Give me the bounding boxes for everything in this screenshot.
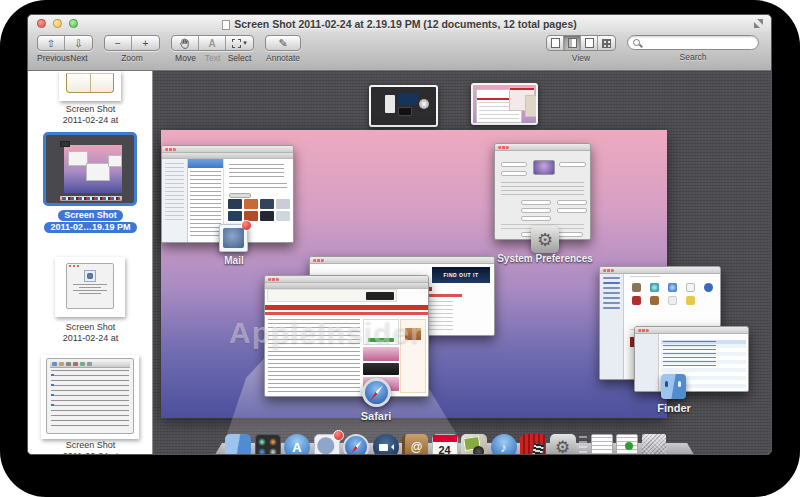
- facetime-dock-icon[interactable]: [373, 434, 399, 455]
- view-thumbnails-segment[interactable]: [564, 36, 581, 50]
- sidebar-thumbnail-mail-preferences[interactable]: [41, 355, 139, 439]
- dashboard-dock-icon[interactable]: [255, 434, 281, 455]
- sidebar-thumbnail-mission-control[interactable]: [43, 132, 137, 206]
- sidebar-item-label-selected: Screen Shot2011-02…19.19 PM: [28, 210, 153, 234]
- up-arrow-icon: ⇧: [47, 38, 55, 49]
- hand-icon: [180, 38, 190, 49]
- zoom-label: Zoom: [121, 53, 143, 63]
- address-book-dock-icon[interactable]: @: [402, 434, 428, 455]
- safari-app-label: Safari: [341, 410, 411, 422]
- window-title: Screen Shot 2011-02-24 at 2.19.19 PM (12…: [28, 18, 771, 30]
- finder-app-icon[interactable]: [661, 374, 686, 399]
- page-icon: [551, 38, 560, 48]
- previous-button[interactable]: ⇧: [38, 36, 65, 50]
- compass-needle: [350, 440, 363, 454]
- view-content-only-segment[interactable]: [547, 36, 564, 50]
- selected-message: [188, 159, 223, 168]
- selection-rect-icon: [232, 39, 241, 48]
- itunes-dock-icon[interactable]: ♪: [491, 434, 517, 455]
- pencil-icon: ✎: [278, 37, 287, 50]
- annotate-label: Annotate: [266, 53, 300, 63]
- app-store-dock-icon[interactable]: A: [284, 434, 310, 455]
- zoom-group: − + Zoom: [104, 35, 160, 63]
- thumbnail-sidebar: Screen Shot2011-02-24 at Screen Shot2011…: [28, 71, 153, 455]
- calendar-day: 24: [433, 442, 457, 455]
- select-tool-button[interactable]: ▾: [226, 36, 253, 50]
- system-preferences-app-icon[interactable]: ⚙: [531, 226, 559, 253]
- text-tool-icon: A: [208, 38, 215, 49]
- safari-app-icon[interactable]: [362, 378, 391, 407]
- dock-divider: [579, 436, 587, 455]
- next-label: Next: [65, 53, 93, 63]
- mail-image-grid: [228, 199, 290, 221]
- mail-badge: [241, 220, 252, 231]
- zoom-in-button[interactable]: +: [132, 36, 159, 50]
- system-preferences-app-label: System Preferences: [485, 253, 605, 264]
- mail-app-label: Mail: [199, 255, 269, 266]
- ad-banner: [267, 289, 397, 302]
- finder-app-label: Finder: [639, 402, 709, 414]
- view-label: View: [572, 53, 590, 63]
- sidebar-page-icon: [568, 38, 577, 48]
- display-preview-graphic: [533, 160, 555, 175]
- finder-dock-icon[interactable]: [225, 434, 251, 455]
- watermark-text: AppleInsider: [229, 316, 649, 350]
- sidebar-item-label: Screen Shot2011-02-24 at: [28, 440, 153, 455]
- grid-icon: [602, 39, 611, 48]
- nav-bar-red: [265, 305, 428, 310]
- title-bar[interactable]: Screen Shot 2011-02-24 at 2.19.19 PM (12…: [28, 15, 771, 32]
- document-dock-icon[interactable]: [591, 434, 613, 455]
- mail-app-icon[interactable]: [219, 224, 248, 252]
- sidebar-thumbnail-about-mail[interactable]: [55, 257, 125, 317]
- fullscreen-icon[interactable]: [754, 19, 763, 28]
- chevron-down-icon: ▾: [243, 39, 247, 47]
- trash-dock-icon[interactable]: [642, 434, 666, 455]
- down-arrow-icon: ⇩: [74, 38, 82, 49]
- safari-dock-icon[interactable]: [343, 434, 369, 455]
- view-group: View: [546, 35, 616, 63]
- prev-next-group: ⇧ ⇩ Previous Next: [37, 35, 93, 63]
- finder-front-window-thumbnail[interactable]: [634, 326, 749, 392]
- search-label: Search: [680, 52, 707, 62]
- text-label: Text: [199, 53, 226, 63]
- view-contact-sheet-segment[interactable]: [598, 36, 615, 50]
- view-two-up-segment[interactable]: [581, 36, 598, 50]
- photo-booth-dock-icon[interactable]: [461, 434, 487, 455]
- annotate-button[interactable]: ✎: [266, 36, 300, 50]
- search-icon: [633, 39, 640, 46]
- sidebar-item-label: Screen Shot2011-02-24 at: [28, 104, 153, 126]
- dashboard-space-thumbnail[interactable]: [369, 85, 438, 127]
- two-page-icon: [585, 38, 594, 48]
- search-group: Search: [627, 35, 759, 62]
- desktop-space-thumbnail[interactable]: [471, 83, 538, 125]
- gear-icon: ⚙: [537, 229, 553, 251]
- document-badge-dock-icon[interactable]: [616, 434, 638, 455]
- text-tool-button[interactable]: A: [199, 36, 226, 50]
- download-badge: [625, 442, 633, 450]
- open-book-graphic: [66, 73, 114, 93]
- front-row-dock-icon[interactable]: [520, 434, 546, 455]
- mail-dock-icon[interactable]: [314, 434, 340, 455]
- move-label: Move: [172, 53, 199, 63]
- zoom-out-button[interactable]: −: [105, 36, 132, 50]
- sidebar-thumbnail-address-book[interactable]: [59, 71, 121, 101]
- dock: A@24♪⚙: [225, 434, 666, 455]
- applications-icon-grid: [628, 283, 716, 305]
- ical-dock-icon[interactable]: 24: [432, 434, 458, 455]
- mission-control-view: Dashboard Desktop: [153, 71, 772, 455]
- next-button[interactable]: ⇩: [65, 36, 92, 50]
- system-preferences-dock-icon[interactable]: ⚙: [550, 434, 576, 455]
- mail-dock-badge: [333, 430, 344, 441]
- move-tool-button[interactable]: [172, 36, 199, 50]
- previous-label: Previous: [37, 53, 65, 63]
- mac-screen: Screen Shot 2011-02-24 at 2.19.19 PM (12…: [0, 0, 800, 497]
- toolbar: ⇧ ⇩ Previous Next − + Zoom: [28, 32, 771, 71]
- select-label: Select: [226, 53, 253, 63]
- mode-group: A ▾ Move Text Select: [171, 35, 254, 63]
- sidebar-item-label: Screen Shot2011-02-24 at: [28, 322, 153, 344]
- search-input[interactable]: [627, 35, 759, 50]
- proxy-document-icon[interactable]: [222, 20, 230, 30]
- find-out-banner: FIND OUT IT: [432, 267, 490, 283]
- compass-needle: [369, 384, 384, 401]
- calendar-top: [433, 435, 457, 442]
